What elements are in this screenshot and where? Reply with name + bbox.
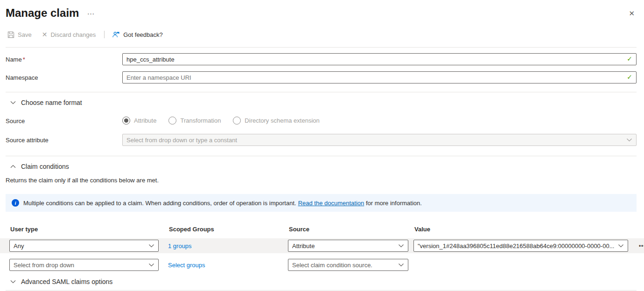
row-more-menu-icon[interactable]: •••	[628, 242, 644, 249]
chevron-down-icon	[398, 244, 404, 248]
close-icon[interactable]: ✕	[627, 8, 637, 19]
radio-attribute[interactable]: Attribute	[122, 117, 156, 125]
chevron-down-icon	[148, 263, 154, 267]
header-scoped-groups: Scoped Groups	[169, 226, 289, 233]
toolbar-divider	[6, 47, 637, 48]
command-bar: Save ✕ Discard changes Got feedback?	[6, 29, 637, 40]
groups-link[interactable]: 1 groups	[168, 242, 192, 249]
chevron-down-icon	[10, 101, 16, 104]
select-groups-link[interactable]: Select groups	[168, 262, 205, 269]
condition-row-2: Select from drop down Select groups Sele…	[0, 257, 644, 272]
radio-transformation[interactable]: Transformation	[168, 117, 221, 125]
save-icon	[7, 31, 14, 38]
chevron-down-icon	[398, 263, 404, 267]
read-documentation-link[interactable]: Read the documentation	[298, 200, 364, 207]
condition-row-1: Any 1 groups Attribute "version_1#248aa3…	[0, 238, 644, 253]
name-row: Name* ✓	[6, 53, 637, 65]
save-label: Save	[18, 31, 32, 38]
header-source: Source	[289, 226, 414, 233]
chevron-down-icon	[626, 138, 632, 142]
advanced-saml-options-section[interactable]: Advanced SAML claims options	[6, 272, 637, 290]
radio-unselected-icon	[168, 117, 176, 125]
context-menu-icon[interactable]: ···	[87, 10, 95, 17]
source-label: Source	[6, 117, 122, 125]
save-button[interactable]: Save	[6, 30, 34, 39]
radio-selected-icon	[122, 117, 130, 125]
info-banner: i Multiple conditions can be applied to …	[6, 194, 637, 212]
chevron-down-icon	[148, 244, 154, 248]
chevron-up-icon	[10, 165, 16, 168]
chevron-down-icon	[10, 280, 16, 284]
source-attribute-dropdown[interactable]: Select from drop down or type a constant	[122, 134, 637, 146]
radio-directory-schema-extension[interactable]: Directory schema extension	[233, 117, 319, 125]
discard-changes-button[interactable]: ✕ Discard changes	[40, 30, 98, 39]
header-user-type: User type	[10, 226, 169, 233]
chevron-down-icon	[618, 244, 624, 248]
namespace-input[interactable]	[122, 71, 637, 83]
valid-check-icon: ✓	[627, 73, 632, 81]
claim-conditions-description: Returns the claim only if all the condit…	[6, 177, 637, 184]
choose-name-format-label: Choose name format	[21, 99, 82, 106]
toolbar-separator	[104, 31, 105, 38]
discard-label: Discard changes	[50, 31, 96, 38]
condition-source-dropdown[interactable]: Attribute	[288, 240, 408, 252]
radio-unselected-icon	[233, 117, 241, 125]
condition-source-dropdown[interactable]: Select claim condition source.	[288, 259, 408, 271]
claim-conditions-section[interactable]: Claim conditions	[6, 156, 637, 173]
panel-header: Manage claim ··· ✕	[0, 0, 644, 20]
page-title: Manage claim	[6, 7, 79, 20]
user-type-dropdown[interactable]: Any	[9, 240, 159, 252]
source-row: Source Attribute Transformation Director…	[6, 117, 637, 125]
bottom-divider	[6, 290, 637, 291]
condition-value-dropdown[interactable]: "version_1#248aa396805c11ed88e216588ab64…	[413, 240, 628, 252]
source-radio-group: Attribute Transformation Directory schem…	[122, 117, 637, 125]
valid-check-icon: ✓	[627, 55, 632, 62]
feedback-label: Got feedback?	[123, 31, 163, 38]
source-attribute-row: Source attribute Select from drop down o…	[6, 134, 637, 146]
namespace-row: Namespace ✓	[6, 71, 637, 83]
banner-text: Multiple conditions can be applied to a …	[23, 200, 422, 207]
user-type-dropdown[interactable]: Select from drop down	[9, 259, 159, 271]
manage-claim-panel: Manage claim ··· ✕ Save ✕ Discard change…	[0, 0, 644, 291]
claim-conditions-label: Claim conditions	[21, 163, 69, 170]
source-attribute-label: Source attribute	[6, 137, 122, 144]
namespace-label: Namespace	[6, 74, 122, 81]
feedback-button[interactable]: Got feedback?	[110, 30, 165, 39]
header-value: Value	[414, 226, 619, 233]
info-icon: i	[12, 199, 19, 207]
name-input[interactable]	[122, 53, 637, 65]
choose-name-format-section[interactable]: Choose name format	[6, 92, 637, 109]
conditions-table-header: User type Scoped Groups Source Value	[0, 226, 644, 233]
required-marker: *	[23, 56, 25, 63]
advanced-saml-options-label: Advanced SAML claims options	[21, 278, 112, 285]
discard-x-icon: ✕	[42, 31, 48, 38]
feedback-icon	[112, 31, 120, 38]
name-label: Name*	[6, 56, 122, 63]
